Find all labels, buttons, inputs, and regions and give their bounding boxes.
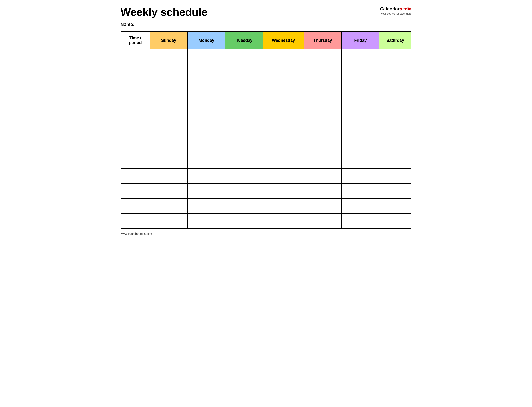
schedule-cell[interactable] <box>225 169 263 184</box>
logo-brand-accent: pedia <box>400 6 411 11</box>
schedule-cell[interactable] <box>188 79 226 94</box>
schedule-cell[interactable] <box>304 64 342 79</box>
time-cell[interactable] <box>121 199 150 214</box>
schedule-cell[interactable] <box>304 214 342 228</box>
time-cell[interactable] <box>121 79 150 94</box>
schedule-cell[interactable] <box>379 79 411 94</box>
schedule-cell[interactable] <box>304 169 342 184</box>
schedule-cell[interactable] <box>263 79 304 94</box>
schedule-cell[interactable] <box>225 94 263 109</box>
schedule-cell[interactable] <box>304 109 342 124</box>
schedule-cell[interactable] <box>379 109 411 124</box>
schedule-cell[interactable] <box>188 94 226 109</box>
time-cell[interactable] <box>121 184 150 199</box>
schedule-cell[interactable] <box>304 124 342 139</box>
schedule-cell[interactable] <box>263 109 304 124</box>
time-cell[interactable] <box>121 169 150 184</box>
schedule-cell[interactable] <box>225 124 263 139</box>
schedule-cell[interactable] <box>150 169 188 184</box>
schedule-cell[interactable] <box>150 109 188 124</box>
time-cell[interactable] <box>121 214 150 228</box>
schedule-cell[interactable] <box>379 154 411 169</box>
schedule-cell[interactable] <box>188 64 226 79</box>
schedule-cell[interactable] <box>341 154 379 169</box>
time-cell[interactable] <box>121 109 150 124</box>
schedule-cell[interactable] <box>304 94 342 109</box>
schedule-cell[interactable] <box>225 154 263 169</box>
schedule-cell[interactable] <box>263 184 304 199</box>
col-header-monday: Monday <box>188 31 226 49</box>
schedule-cell[interactable] <box>188 169 226 184</box>
schedule-cell[interactable] <box>150 124 188 139</box>
schedule-cell[interactable] <box>150 214 188 228</box>
schedule-cell[interactable] <box>379 169 411 184</box>
schedule-cell[interactable] <box>379 139 411 154</box>
schedule-cell[interactable] <box>341 139 379 154</box>
schedule-cell[interactable] <box>304 199 342 214</box>
schedule-cell[interactable] <box>188 109 226 124</box>
schedule-cell[interactable] <box>263 214 304 228</box>
schedule-cell[interactable] <box>263 139 304 154</box>
schedule-cell[interactable] <box>150 199 188 214</box>
schedule-cell[interactable] <box>263 64 304 79</box>
schedule-cell[interactable] <box>225 49 263 64</box>
schedule-cell[interactable] <box>225 64 263 79</box>
schedule-cell[interactable] <box>304 49 342 64</box>
time-cell[interactable] <box>121 124 150 139</box>
schedule-cell[interactable] <box>341 199 379 214</box>
time-cell[interactable] <box>121 139 150 154</box>
schedule-cell[interactable] <box>188 124 226 139</box>
schedule-cell[interactable] <box>263 124 304 139</box>
schedule-cell[interactable] <box>225 199 263 214</box>
time-cell[interactable] <box>121 49 150 64</box>
schedule-cell[interactable] <box>341 94 379 109</box>
time-cell[interactable] <box>121 154 150 169</box>
schedule-cell[interactable] <box>341 184 379 199</box>
schedule-cell[interactable] <box>304 139 342 154</box>
schedule-cell[interactable] <box>188 214 226 228</box>
schedule-cell[interactable] <box>379 49 411 64</box>
schedule-cell[interactable] <box>150 49 188 64</box>
schedule-cell[interactable] <box>188 184 226 199</box>
schedule-cell[interactable] <box>379 184 411 199</box>
schedule-cell[interactable] <box>150 139 188 154</box>
time-cell[interactable] <box>121 64 150 79</box>
schedule-cell[interactable] <box>341 109 379 124</box>
schedule-cell[interactable] <box>341 79 379 94</box>
schedule-cell[interactable] <box>150 94 188 109</box>
schedule-cell[interactable] <box>188 49 226 64</box>
schedule-cell[interactable] <box>188 154 226 169</box>
schedule-cell[interactable] <box>188 199 226 214</box>
schedule-cell[interactable] <box>263 199 304 214</box>
schedule-cell[interactable] <box>379 214 411 228</box>
schedule-cell[interactable] <box>263 169 304 184</box>
schedule-cell[interactable] <box>304 79 342 94</box>
schedule-cell[interactable] <box>341 169 379 184</box>
schedule-cell[interactable] <box>263 154 304 169</box>
schedule-cell[interactable] <box>225 109 263 124</box>
schedule-cell[interactable] <box>304 154 342 169</box>
schedule-cell[interactable] <box>150 64 188 79</box>
schedule-cell[interactable] <box>150 154 188 169</box>
schedule-cell[interactable] <box>225 214 263 228</box>
schedule-cell[interactable] <box>188 139 226 154</box>
schedule-cell[interactable] <box>225 79 263 94</box>
schedule-cell[interactable] <box>379 124 411 139</box>
schedule-cell[interactable] <box>225 139 263 154</box>
schedule-cell[interactable] <box>225 184 263 199</box>
schedule-cell[interactable] <box>341 124 379 139</box>
col-header-saturday: Saturday <box>379 31 411 49</box>
logo-area: Calendarpedia Your source for calendars <box>380 6 411 15</box>
schedule-cell[interactable] <box>150 79 188 94</box>
time-cell[interactable] <box>121 94 150 109</box>
schedule-cell[interactable] <box>379 199 411 214</box>
schedule-cell[interactable] <box>379 64 411 79</box>
schedule-cell[interactable] <box>150 184 188 199</box>
schedule-cell[interactable] <box>341 64 379 79</box>
schedule-cell[interactable] <box>341 214 379 228</box>
schedule-cell[interactable] <box>341 49 379 64</box>
schedule-cell[interactable] <box>263 49 304 64</box>
schedule-cell[interactable] <box>263 94 304 109</box>
schedule-cell[interactable] <box>379 94 411 109</box>
schedule-cell[interactable] <box>304 184 342 199</box>
